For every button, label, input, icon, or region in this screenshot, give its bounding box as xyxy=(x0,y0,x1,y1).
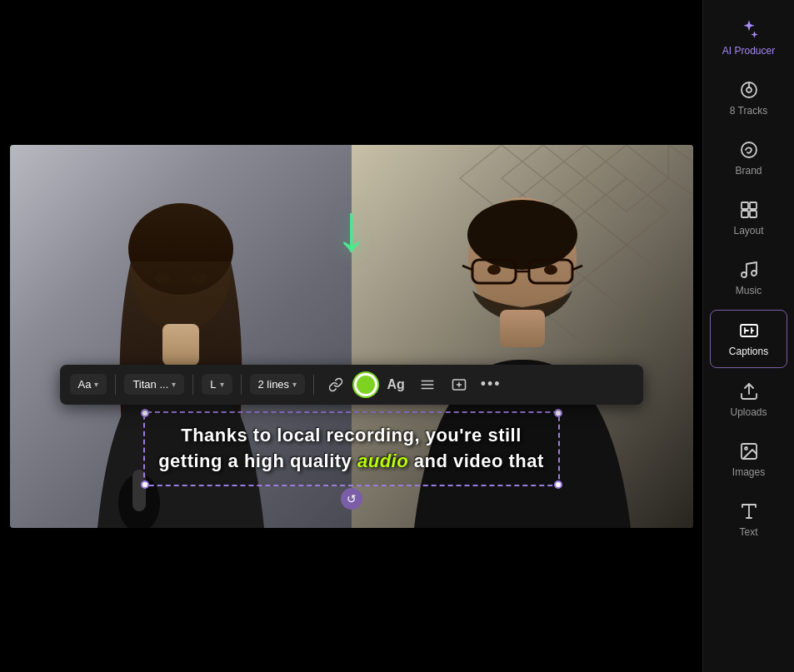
font-label: Aa xyxy=(78,378,92,391)
rotate-handle[interactable]: ↺ xyxy=(341,488,362,510)
ai-producer-label: AI Producer xyxy=(722,45,775,57)
images-icon xyxy=(739,441,759,461)
divider-2 xyxy=(192,375,193,395)
text-style-button[interactable]: Ag xyxy=(382,371,409,398)
caption-toolbar: Aa ▾ Titan ... ▾ L ▾ 2 lines ▾ xyxy=(60,365,643,405)
size-button[interactable]: L ▾ xyxy=(202,374,232,395)
sidebar-item-brand[interactable]: Brand xyxy=(710,130,787,187)
more-options-icon: ••• xyxy=(481,376,502,393)
color-picker-button[interactable] xyxy=(354,373,377,396)
tracks-icon xyxy=(739,80,759,100)
svg-point-16 xyxy=(487,265,501,275)
text-label: Text xyxy=(739,526,757,538)
size-chevron: ▾ xyxy=(220,380,224,389)
svg-point-32 xyxy=(742,272,747,277)
svg-rect-30 xyxy=(742,211,748,217)
layout-icon xyxy=(739,200,759,220)
link-icon-button[interactable] xyxy=(322,371,349,398)
green-arrow: ↓ xyxy=(335,195,368,261)
images-label: Images xyxy=(732,466,765,478)
sidebar-item-text[interactable]: Text xyxy=(710,491,787,548)
caption-line2-after: and video that xyxy=(408,450,544,471)
svg-rect-31 xyxy=(750,211,757,217)
svg-rect-28 xyxy=(742,202,748,209)
text-icon xyxy=(739,501,759,521)
size-label: L xyxy=(210,378,216,391)
font-name-chevron: ▾ xyxy=(172,380,176,389)
resize-handle-bl[interactable] xyxy=(141,480,149,489)
caption-text: Thanks to local recording, you're still … xyxy=(158,423,545,475)
align-button[interactable] xyxy=(414,371,441,398)
video-canvas: ↓ Aa ▾ Titan ... ▾ L ▾ 2 line xyxy=(10,145,693,528)
divider-4 xyxy=(313,375,314,395)
font-chevron: ▾ xyxy=(94,380,98,389)
caption-add-icon xyxy=(452,377,467,392)
lines-chevron: ▾ xyxy=(292,380,297,389)
divider-3 xyxy=(241,375,242,395)
lines-label: 2 lines xyxy=(258,378,290,391)
captions-label: Captions xyxy=(729,346,768,357)
tracks-label: 8 Tracks xyxy=(730,105,767,117)
sidebar-item-images[interactable]: Images xyxy=(710,431,787,488)
svg-rect-10 xyxy=(500,310,545,347)
ai-producer-icon xyxy=(738,18,760,40)
svg-rect-29 xyxy=(750,202,757,209)
brand-icon xyxy=(739,140,759,160)
sidebar: AI Producer 8 Tracks Brand Layout xyxy=(702,0,794,672)
main-area: ↓ Aa ▾ Titan ... ▾ L ▾ 2 line xyxy=(0,0,702,672)
font-name-label: Titan ... xyxy=(132,378,168,391)
svg-point-37 xyxy=(745,447,747,450)
svg-point-27 xyxy=(742,142,757,157)
text-style-icon: Ag xyxy=(387,377,404,392)
caption-box: Thanks to local recording, you're still … xyxy=(143,411,560,486)
resize-handle-br[interactable] xyxy=(554,480,562,489)
sidebar-item-uploads[interactable]: Uploads xyxy=(710,371,787,428)
caption-add-button[interactable] xyxy=(446,371,472,398)
font-name-button[interactable]: Titan ... ▾ xyxy=(124,374,184,395)
sidebar-item-tracks[interactable]: 8 Tracks xyxy=(710,70,787,127)
link-icon xyxy=(328,377,343,392)
svg-point-6 xyxy=(191,272,207,284)
captions-icon xyxy=(739,321,759,341)
caption-line2-before: getting a high quality xyxy=(158,450,357,471)
uploads-icon xyxy=(739,381,759,401)
music-icon xyxy=(739,260,759,280)
svg-point-17 xyxy=(544,265,557,275)
layout-label: Layout xyxy=(733,225,763,236)
resize-handle-tl[interactable] xyxy=(141,409,149,417)
lines-button[interactable]: 2 lines ▾ xyxy=(250,374,306,395)
uploads-label: Uploads xyxy=(730,406,767,418)
resize-handle-tr[interactable] xyxy=(554,409,562,417)
caption-overlay[interactable]: Thanks to local recording, you're still … xyxy=(143,411,560,486)
svg-rect-34 xyxy=(741,325,757,336)
divider-1 xyxy=(115,375,116,395)
sidebar-item-captions[interactable]: Captions xyxy=(710,310,787,368)
svg-point-25 xyxy=(747,87,752,92)
caption-line-1: Thanks to local recording, you're still xyxy=(158,423,545,449)
align-icon xyxy=(420,377,435,392)
music-label: Music xyxy=(736,285,762,296)
svg-point-5 xyxy=(154,272,171,284)
brand-label: Brand xyxy=(735,165,762,177)
font-family-button[interactable]: Aa ▾ xyxy=(70,374,107,395)
caption-line2-highlight: audio xyxy=(357,450,408,471)
sidebar-item-layout[interactable]: Layout xyxy=(710,190,787,246)
sidebar-item-music[interactable]: Music xyxy=(710,250,787,306)
svg-rect-2 xyxy=(162,324,199,366)
more-options-button[interactable]: ••• xyxy=(477,371,504,398)
sidebar-item-ai-producer[interactable]: AI Producer xyxy=(710,8,787,67)
caption-line-2: getting a high quality audio and video t… xyxy=(158,449,545,475)
